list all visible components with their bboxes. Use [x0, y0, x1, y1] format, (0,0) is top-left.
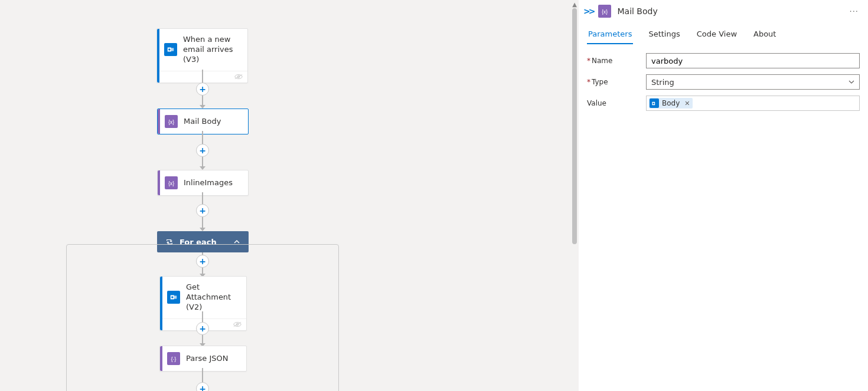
card-accent — [160, 277, 162, 330]
tab-about[interactable]: About — [752, 25, 777, 44]
scroll-up-icon[interactable]: ▲ — [570, 0, 579, 8]
type-select[interactable]: String — [646, 74, 860, 90]
card-accent — [158, 170, 160, 195]
variable-icon: {x} — [165, 115, 178, 128]
flow-canvas[interactable]: When a new email arrives (V3) + {x} Mail… — [0, 0, 579, 391]
token-label: Body — [662, 99, 680, 107]
outlook-icon — [650, 98, 659, 108]
outlook-icon — [164, 43, 177, 56]
chevron-down-icon — [849, 79, 854, 85]
add-action-button[interactable]: + — [196, 322, 209, 335]
json-icon: {·} — [167, 352, 180, 365]
connection-icon — [234, 74, 243, 80]
tab-settings[interactable]: Settings — [647, 25, 681, 44]
svg-point-10 — [171, 297, 174, 299]
action-card-parse-json[interactable]: {·} Parse JSON — [159, 346, 247, 372]
value-input[interactable]: Body ✕ — [646, 96, 860, 111]
variable-icon: {x} — [598, 5, 611, 18]
card-label: Get Attachment (V2) — [186, 282, 240, 313]
add-action-button[interactable]: + — [196, 382, 209, 391]
card-accent — [158, 109, 160, 134]
properties-panel: >> {x} Mail Body ··· Parameters Settings… — [579, 0, 868, 391]
tab-parameters[interactable]: Parameters — [587, 25, 633, 44]
panel-header: >> {x} Mail Body ··· — [579, 0, 868, 22]
name-input[interactable] — [646, 53, 860, 68]
type-label: *Type — [587, 78, 646, 86]
add-action-button[interactable]: + — [196, 83, 209, 96]
add-action-button[interactable]: + — [196, 255, 209, 268]
svg-point-2 — [168, 49, 171, 51]
svg-text:{x}: {x} — [602, 9, 608, 15]
card-label: When a new email arrives (V3) — [183, 35, 242, 65]
type-select-value: String — [651, 78, 849, 87]
dynamic-content-token-body[interactable]: Body ✕ — [649, 98, 693, 109]
variable-icon: {x} — [165, 176, 178, 189]
parameters-form: *Name *Type String Value Body ✕ — [579, 45, 868, 117]
value-label: Value — [587, 99, 646, 107]
scrollbar[interactable]: ▲ — [570, 0, 579, 391]
connection-icon — [233, 321, 242, 327]
card-label: Mail Body — [184, 117, 221, 127]
tab-code-view[interactable]: Code View — [696, 25, 738, 44]
outlook-icon — [167, 291, 180, 304]
svg-point-18 — [652, 103, 654, 104]
more-options-icon[interactable]: ··· — [847, 7, 861, 16]
token-remove-icon[interactable]: ✕ — [684, 100, 690, 107]
svg-text:{·}: {·} — [171, 356, 177, 362]
svg-text:{x}: {x} — [168, 180, 174, 186]
panel-title: Mail Body — [617, 6, 657, 16]
card-accent — [157, 29, 159, 83]
panel-tabs: Parameters Settings Code View About — [579, 25, 868, 45]
scroll-thumb[interactable] — [572, 8, 577, 244]
collapse-panel-icon[interactable]: >> — [583, 6, 593, 16]
svg-text:{x}: {x} — [168, 119, 174, 125]
card-accent — [160, 346, 162, 371]
card-label: Parse JSON — [186, 354, 229, 364]
card-label: InlineImages — [184, 178, 233, 188]
add-action-button[interactable]: + — [196, 204, 209, 217]
name-label: *Name — [587, 57, 646, 65]
add-action-button[interactable]: + — [196, 144, 209, 157]
